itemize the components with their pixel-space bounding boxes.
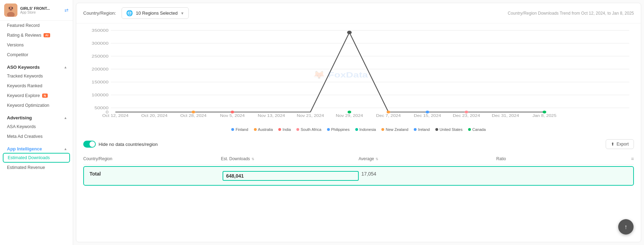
legend-dot	[278, 128, 281, 131]
legend-label: Ireland	[418, 127, 430, 132]
legend-label: India	[282, 127, 291, 132]
chart-title: Country/Region Downloads Trend from Oct …	[508, 11, 634, 16]
svg-point-37	[387, 111, 390, 113]
column-label: Average	[359, 156, 374, 161]
legend-dot	[254, 128, 257, 131]
column-header-ratio: Ratio ≡	[496, 156, 634, 162]
legend-label: New Zealand	[386, 127, 408, 132]
legend-dot	[355, 128, 358, 131]
app-info: GIRLS' FRONT... App Store	[20, 6, 62, 14]
toggle-row: Hide no data countries/region ⬆ Export	[83, 135, 634, 153]
sidebar-item-label: Keyword Explore	[7, 93, 40, 98]
hide-no-data-toggle[interactable]	[83, 141, 96, 148]
scroll-to-top-button[interactable]: ↑	[618, 219, 634, 235]
sidebar-section-advertising[interactable]: Advertising ▲	[0, 112, 73, 122]
sidebar-item-versions[interactable]: Versions	[0, 40, 73, 50]
export-button[interactable]: ⬆ Export	[606, 139, 634, 149]
svg-point-34	[192, 111, 195, 113]
column-header-average[interactable]: Average ⇅	[359, 156, 496, 162]
chevron-up-icon: ▲	[64, 147, 67, 151]
main-inner: Country/Region: 🌐 10 Regions Selected ▼ …	[76, 3, 641, 242]
svg-text:Dec 23, 2024: Dec 23, 2024	[453, 114, 480, 118]
sidebar-item-tracked-keywords[interactable]: Tracked Keywords	[0, 71, 73, 81]
svg-text:150000: 150000	[92, 80, 108, 84]
legend-dot	[414, 128, 417, 131]
sidebar-header: GIRLS' FRONT... App Store ⇄	[0, 0, 73, 21]
legend-label: Canada	[472, 127, 486, 132]
table-header: Country/Region Est. Downloads ⇅ Average …	[83, 153, 634, 165]
legend-dot	[381, 128, 384, 131]
legend-item-india: India	[278, 127, 291, 132]
sidebar-item-label: Competitor	[7, 52, 28, 57]
legend-label: Australia	[258, 127, 273, 132]
downloads-value: 648,041	[226, 173, 244, 179]
sidebar-item-featured-record[interactable]: Featured Record	[0, 21, 73, 30]
svg-text:Nov 21, 2024: Nov 21, 2024	[297, 114, 324, 118]
section-label: App Intelligence	[7, 146, 42, 151]
sidebar-item-asa-keywords[interactable]: ASA Keywords	[0, 122, 73, 132]
legend-dot	[231, 128, 234, 131]
chevron-down-icon: ▼	[180, 11, 184, 15]
legend-item-australia: Australia	[254, 127, 273, 132]
sync-icon[interactable]: ⇄	[64, 7, 69, 13]
svg-text:Dec 15, 2024: Dec 15, 2024	[414, 114, 441, 118]
sidebar-item-label: Meta Ad Creatives	[7, 134, 42, 139]
svg-point-36	[348, 111, 351, 113]
total-ratio	[495, 171, 630, 181]
sidebar-item-meta-ad-creatives[interactable]: Meta Ad Creatives	[0, 132, 73, 141]
svg-text:Oct 28, 2024: Oct 28, 2024	[180, 114, 207, 118]
legend-label: Finland	[235, 127, 248, 132]
table-row-total: Total 648,041 17,054	[83, 166, 634, 186]
legend-dot	[327, 128, 330, 131]
sidebar-item-keyword-optimization[interactable]: Keyword Optimization	[0, 101, 73, 110]
sidebar-section-app-intelligence[interactable]: App Intelligence ▲	[0, 143, 73, 153]
sidebar-item-label: ASA Keywords	[7, 124, 36, 129]
svg-text:Dec 31, 2024: Dec 31, 2024	[492, 114, 519, 118]
ai-badge: AI	[44, 33, 50, 37]
sidebar-item-competitor[interactable]: Competitor	[0, 50, 73, 60]
sidebar-item-estimated-downloads[interactable]: Estimated Downloads	[3, 153, 70, 163]
svg-point-3	[9, 7, 10, 9]
toggle-label-container: Hide no data countries/region	[83, 141, 158, 148]
sidebar-item-label: Tracked Keywords	[7, 74, 43, 79]
sort-icon: ⇅	[251, 157, 254, 161]
sidebar-item-rating-reviews[interactable]: Rating & Reviews AI	[0, 30, 73, 40]
svg-text:🦊 FoxData: 🦊 FoxData	[313, 70, 368, 80]
column-header-downloads[interactable]: Est. Downloads ⇅	[221, 156, 358, 162]
export-icon: ⬆	[611, 142, 614, 147]
total-country: Total	[87, 171, 223, 181]
avatar	[4, 3, 17, 17]
sidebar-section-aso[interactable]: ASO Keywords ▲	[0, 61, 73, 71]
total-downloads: 648,041	[223, 171, 358, 181]
menu-icon[interactable]: ≡	[631, 156, 634, 162]
chevron-up-icon: ▲	[64, 65, 67, 69]
column-label: Est. Downloads	[221, 156, 250, 161]
app-name: GIRLS' FRONT...	[20, 6, 62, 10]
svg-text:250000: 250000	[92, 54, 108, 59]
globe-icon: 🌐	[126, 10, 133, 16]
column-label: Country/Region	[83, 156, 112, 161]
total-average: 17,054	[359, 171, 495, 181]
svg-text:50000: 50000	[94, 106, 108, 110]
sidebar-item-label: Keyword Optimization	[7, 103, 49, 108]
top-bar: Country/Region: 🌐 10 Regions Selected ▼ …	[76, 3, 641, 23]
legend-item-south-africa: South Africa	[296, 127, 321, 132]
svg-point-4	[11, 7, 13, 9]
sidebar-item-label: Versions	[7, 43, 24, 47]
legend-label: Philippines	[331, 127, 350, 132]
sidebar-item-label: Rating & Reviews	[7, 33, 41, 38]
svg-text:Nov 13, 2024: Nov 13, 2024	[258, 114, 285, 118]
main-content: Country/Region: 🌐 10 Regions Selected ▼ …	[73, 0, 644, 245]
svg-point-35	[231, 111, 234, 113]
legend-dot	[435, 128, 438, 131]
sidebar-item-label: Estimated Downloads	[8, 155, 50, 160]
sidebar-item-estimated-revenue[interactable]: Estimated Revenue	[0, 163, 73, 172]
legend-item-philippines: Philippines	[327, 127, 350, 132]
sidebar-item-keyword-explore[interactable]: Keyword Explore N	[0, 91, 73, 101]
sidebar-item-keywords-ranked[interactable]: Keywords Ranked	[0, 81, 73, 91]
svg-text:300000: 300000	[92, 41, 108, 46]
legend-label: South Africa	[301, 127, 321, 132]
country-region-label: Country/Region:	[83, 10, 116, 16]
sidebar-item-label: Keywords Ranked	[7, 83, 42, 88]
region-selector[interactable]: 🌐 10 Regions Selected ▼	[122, 7, 189, 19]
